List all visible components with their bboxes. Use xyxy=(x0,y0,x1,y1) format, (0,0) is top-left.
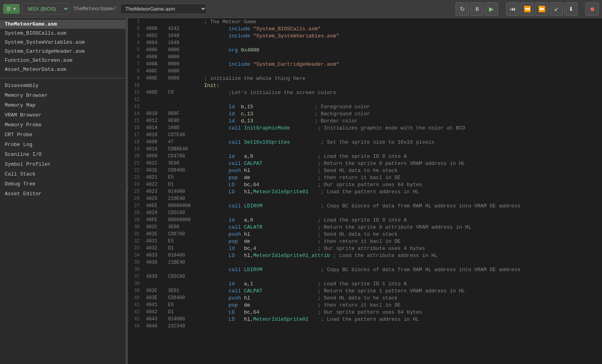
sidebar-item-vram-browser[interactable]: VRAM Browser xyxy=(0,110,126,120)
line-code[interactable]: org 0x4000 xyxy=(201,46,602,54)
sidebar-item-debug-tree[interactable]: Debug Tree xyxy=(0,179,126,189)
table-row: 12 xyxy=(128,96,602,103)
line-code[interactable] xyxy=(201,323,602,330)
table-row: 34 4033 010400 LD hl,MeteorIdleSprite01_… xyxy=(128,252,602,259)
line-code[interactable]: call Set16x16Sprites ; Set the sprite si… xyxy=(201,139,602,146)
sidebar-item-probe-log[interactable]: Probe Log xyxy=(0,140,126,150)
line-addr: 4016 xyxy=(143,131,165,139)
line-number: 6 xyxy=(128,54,143,61)
line-number: 31 xyxy=(128,231,143,238)
menu-button[interactable]: ☰ ▼ xyxy=(3,4,20,14)
line-code[interactable] xyxy=(201,68,602,75)
sidebar-item-scanline-io[interactable]: Scanline I/O xyxy=(0,150,126,159)
line-code[interactable]: push hl ; Send HL data to he stack xyxy=(201,231,602,238)
table-row: 7 400A 0000 include "System_CartridgeHea… xyxy=(128,61,602,68)
play-button[interactable]: ▶ xyxy=(485,2,498,16)
line-code[interactable]: LD hl,MeteorIdleSprite01_attrib ; Load t… xyxy=(201,252,602,259)
line-code[interactable] xyxy=(201,209,602,216)
sidebar-item-memory-map[interactable]: Memory Map xyxy=(0,100,126,110)
line-code[interactable]: LD bc,64 ; Our sprite pattern uses 64 by… xyxy=(201,181,602,188)
sidebar-item-symbol-profiler[interactable]: Symbol Profiler xyxy=(0,159,126,169)
line-code[interactable]: push hl ; Send HL data to he stack xyxy=(201,294,602,301)
line-code[interactable] xyxy=(201,146,602,153)
line-number: 24 xyxy=(128,181,143,188)
sidebar-file-cartheader[interactable]: System_CartridgeHeader.asm xyxy=(0,47,126,56)
line-code[interactable]: ld d,13 ; Border color xyxy=(201,117,602,124)
table-row: 13 ld b,15 ; Foreground color xyxy=(128,103,602,110)
line-addr: 400C xyxy=(143,68,165,75)
line-code[interactable]: call CALPAT ; Return the sprite 0 patter… xyxy=(201,160,602,167)
line-code[interactable]: LD bc,64 ; Our sprite pattern uses 64 by… xyxy=(201,309,602,316)
line-number: 5 xyxy=(128,46,143,54)
line-number: 4 xyxy=(128,39,143,46)
line-code[interactable] xyxy=(201,259,602,266)
line-code[interactable] xyxy=(201,54,602,61)
file-select[interactable]: TheMeteorGame.asm xyxy=(120,4,207,14)
record-button[interactable]: ⏺ xyxy=(585,2,599,16)
line-code[interactable]: push hl ; Send HL data to he stack xyxy=(201,167,602,174)
line-code[interactable]: call InitGraphicMode ; Initializes graph… xyxy=(201,124,602,131)
line-bytes: 1040 xyxy=(165,32,201,39)
line-code[interactable]: call CALPAT ; Return the sprite 1 patter… xyxy=(201,287,602,294)
line-code[interactable] xyxy=(201,273,602,280)
sidebar-item-call-stack[interactable]: Call Stack xyxy=(0,169,126,179)
step-back-button[interactable]: ⏪ xyxy=(520,2,534,16)
sidebar-item-crt-probe[interactable]: CRT Probe xyxy=(0,130,126,140)
sidebar-item-asset-editor[interactable]: Asset Editor xyxy=(0,189,126,199)
line-code[interactable]: LD hl,MeteorIdleSprite01 ; Load the patt… xyxy=(201,188,602,195)
line-code[interactable]: ; The Meteor Game xyxy=(201,18,602,25)
sidebar-item-disassembly[interactable]: Disassembly xyxy=(0,81,126,91)
sidebar-item-memory-probe[interactable]: Memory Probe xyxy=(0,120,126,130)
line-code[interactable]: ;Let's initialize the screen colors xyxy=(201,89,602,96)
line-code[interactable]: ld bc,4 ; Our sprite attribute uses 4 by… xyxy=(201,245,602,252)
line-code[interactable] xyxy=(201,96,602,103)
line-code[interactable]: pop de ; then return it bacl in DE xyxy=(201,301,602,309)
line-code[interactable]: LD hl,MeteorIdleSprite02 ; Load the patt… xyxy=(201,316,602,323)
table-row: 27 40EE 00000000 call LDIRVM ; Copy BC b… xyxy=(128,202,602,209)
download-button[interactable]: ⬇ xyxy=(564,2,578,16)
line-bytes: CD8400 xyxy=(165,167,201,174)
line-addr xyxy=(143,96,165,103)
line-code[interactable] xyxy=(201,39,602,46)
line-code[interactable] xyxy=(201,195,602,202)
refresh-button[interactable]: ↻ xyxy=(456,2,469,16)
pause-button[interactable]: ⏸ xyxy=(470,2,483,16)
line-addr: 4006 xyxy=(143,46,165,54)
sidebar-file-setscreen[interactable]: Function_SetScreen.asm xyxy=(0,56,126,65)
line-addr: 4033 xyxy=(143,252,165,259)
line-number: 15 xyxy=(128,117,143,124)
line-code[interactable]: pop de ; then return it bacl in DE xyxy=(201,238,602,245)
sidebar-file-meteor[interactable]: TheMeteorGame.asm xyxy=(0,20,126,29)
line-code[interactable]: ld a,1 ; Load the sprite ID 1 into A xyxy=(201,280,602,287)
line-code[interactable]: include "System_SystemVariables.asm" xyxy=(201,32,602,39)
line-number: 28 xyxy=(128,209,143,216)
line-code[interactable]: Init: xyxy=(201,82,602,89)
line-code[interactable]: pop de ; then return it bacl in DE xyxy=(201,174,602,181)
sidebar-file-sysvars[interactable]: System_SystemVariables.asm xyxy=(0,38,126,47)
line-code[interactable]: ld c,13 ; Background color xyxy=(201,110,602,117)
step-first-button[interactable]: ⏮ xyxy=(506,2,519,16)
line-addr: 4026 xyxy=(143,195,165,202)
line-code[interactable]: call CALATR ; Return the sprite 0 attrib… xyxy=(201,224,602,231)
line-code[interactable]: include "System_CartridgeHeader.asm" xyxy=(201,61,602,68)
line-bytes: CD8400 xyxy=(165,294,201,301)
line-code[interactable]: include "System_BIOSCalls.asm" xyxy=(201,25,602,32)
line-code[interactable]: call LDIRVM ; Copy BC blocks of data fro… xyxy=(201,202,602,209)
platform-select[interactable]: MSX (BIOS) xyxy=(22,3,69,15)
sidebar-file-bios[interactable]: System_BIOSCalls.asm xyxy=(0,29,126,38)
line-code[interactable] xyxy=(201,131,602,139)
table-row: 25 4023 014000 LD hl,MeteorIdleSprite01 … xyxy=(128,188,602,195)
table-row: 32 4031 E5 pop de ; then return it bacl … xyxy=(128,238,602,245)
line-code[interactable]: ld b,15 ; Foreground color xyxy=(201,103,602,110)
table-row: 19 4019 CDB8E40 xyxy=(128,146,602,153)
sidebar-item-memory-browser[interactable]: Memory Browser xyxy=(0,91,126,100)
line-code[interactable]: ld a,0 ; Load the sprite ID 0 into A xyxy=(201,216,602,224)
upload-button[interactable]: ↙ xyxy=(550,2,563,16)
sidebar-file-assetdata[interactable]: Asset_MeteorData.asm xyxy=(0,65,126,74)
line-code[interactable]: call LDIRVM ; Copy BC blocks of data fro… xyxy=(201,266,602,273)
line-addr: 400A xyxy=(143,61,165,68)
step-fwd-button[interactable]: ⏩ xyxy=(535,2,548,16)
line-code[interactable]: ; initialize the whole thing here xyxy=(201,75,602,82)
editor-scroll[interactable]: 1 ; The Meteor Game 2 4000 4142 include … xyxy=(128,18,602,364)
line-code[interactable]: ld a,0 ; Load the sprite ID 0 into A xyxy=(201,153,602,160)
